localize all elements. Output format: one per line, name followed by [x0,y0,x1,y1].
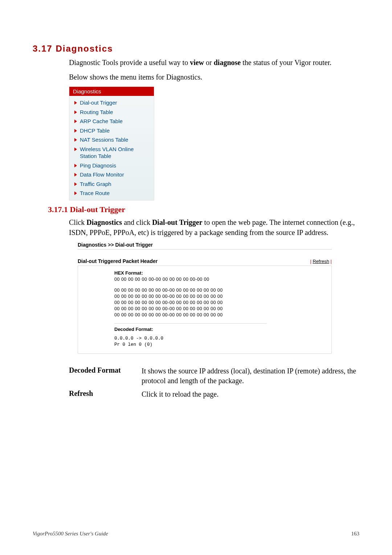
diagnostics-item[interactable]: Ping Diagnosis [74,161,151,170]
text-bold: Dial-out Trigger [152,218,203,226]
triangle-icon [74,173,77,177]
diagnostics-item[interactable]: Dial-out Trigger [74,98,151,108]
definition-term: Refresh [69,389,142,399]
breadcrumb: Diagnostics >> Dial-out Trigger [78,242,332,250]
diagnostics-item-label: NAT Sessions Table [80,136,128,143]
intro-block: Diagnostic Tools provide a useful way to… [69,57,359,82]
text: and click [122,218,152,226]
diagnostics-item[interactable]: Wireless VLAN Online Station Table [74,145,151,161]
diagnostics-menu: Diagnostics Dial-out TriggerRouting Tabl… [69,86,154,200]
diagnostics-item[interactable]: Data Flow Monitor [74,170,151,179]
text: Click [69,218,86,226]
triangle-icon [74,129,77,133]
refresh-link[interactable]: Refresh [313,259,329,264]
triangle-icon [74,110,77,114]
triangle-icon [74,119,77,123]
panel-title: Dial-out Triggered Packet Header [78,258,158,264]
diagnostics-item[interactable]: Trace Route [74,189,151,198]
triangle-icon [74,164,77,167]
footer-page-number: 163 [351,531,360,537]
definition-description: It shows the source IP address (local), … [142,366,359,386]
hex-block-1: 00 00 00 00 00 00-00 00 00 00 00 00-00 0… [114,276,325,283]
text-bold: Diagnostics [86,218,122,226]
diagnostics-item-label: DHCP Table [80,127,110,134]
decoded-block: 0.0.0.0 -> 0.0.0.0 Pr 0 len 0 (0) [114,336,325,348]
divider [114,323,267,324]
triangle-icon [74,182,77,186]
diagnostics-menu-header: Diagnostics [69,87,154,96]
separator: | [329,259,332,264]
diagnostics-item[interactable]: DHCP Table [74,126,151,135]
diagnostics-item[interactable]: Traffic Graph [74,179,151,189]
text-bold: view [190,58,204,66]
definition-term: Decoded Format [69,366,142,386]
text: Diagnostic Tools provide a useful way to [69,58,190,66]
decoded-format-label: Decoded Format: [114,327,325,332]
diagnostics-item-label: Traffic Graph [80,181,111,188]
diagnostics-item-label: ARP Cache Table [80,118,123,125]
hex-block-2: 00 00 00 00 00 00 00 00-00 00 00 00 00 0… [114,287,325,318]
diagnostics-item-label: Dial-out Trigger [80,99,117,106]
triangle-icon [74,191,77,195]
diagnostics-item[interactable]: Routing Table [74,108,151,117]
triangle-icon [74,101,77,105]
text: the status of your Vigor router. [241,58,331,66]
subsection-body: Click Diagnostics and click Dial-out Tri… [69,217,359,238]
panel-frame: HEX Format: 00 00 00 00 00 00-00 00 00 0… [78,266,332,354]
intro-paragraph-1: Diagnostic Tools provide a useful way to… [69,57,359,68]
hex-format-label: HEX Format: [114,270,325,276]
diagnostics-item[interactable]: ARP Cache Table [74,117,151,126]
definitions: Decoded FormatIt shows the source IP add… [69,366,359,399]
subsection-paragraph: Click Diagnostics and click Dial-out Tri… [69,217,359,238]
subsection-heading: 3.17.1 Dial-out Trigger [48,205,359,214]
text-bold: diagnose [214,58,241,66]
diagnostics-item[interactable]: NAT Sessions Table [74,135,151,145]
triangle-icon [74,147,77,151]
text: or [204,58,214,66]
intro-paragraph-2: Below shows the menu items for Diagnosti… [69,72,359,82]
diagnostics-item-label: Trace Route [80,190,110,197]
definition-row: Decoded FormatIt shows the source IP add… [69,366,359,386]
definition-description: Click it to reload the page. [142,389,359,399]
diagnostics-item-label: Data Flow Monitor [80,171,124,178]
dialout-panel: Diagnostics >> Dial-out Trigger Dial-out… [78,242,332,354]
footer-title: VigorPro5500 Series User's Guide [33,531,108,537]
diagnostics-item-label: Wireless VLAN Online Station Table [80,146,151,160]
section-heading: 3.17 Diagnostics [33,44,359,54]
definition-row: RefreshClick it to reload the page. [69,389,359,399]
diagnostics-item-label: Routing Table [80,109,113,116]
diagnostics-item-label: Ping Diagnosis [80,162,116,169]
refresh-wrap: | Refresh | [310,259,332,264]
page-footer: VigorPro5500 Series User's Guide 163 [33,531,359,537]
triangle-icon [74,138,77,142]
